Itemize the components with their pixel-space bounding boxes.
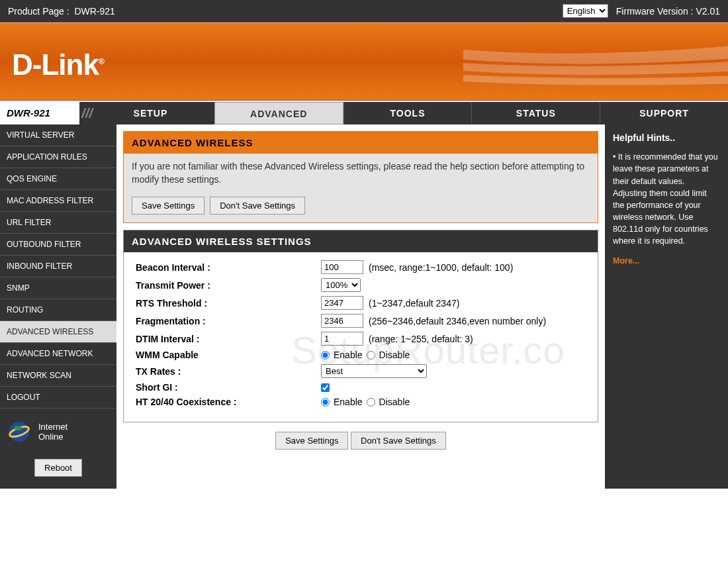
sidebar: VIRTUAL SERVER APPLICATION RULES QOS ENG… [0,124,116,489]
main-content: ADVANCED WIRELESS If you are not familia… [116,124,605,489]
internet-status-line1: Internet [38,422,68,432]
wmm-enable-radio[interactable] [321,351,330,360]
globe-icon [7,419,32,444]
ht-2040-enable-label: Enable [334,397,363,407]
dont-save-settings-button-top[interactable]: Don't Save Settings [210,197,305,215]
beacon-interval-input[interactable] [321,260,363,274]
sidebar-item-snmp[interactable]: SNMP [0,277,116,299]
wmm-capable-label: WMM Capable [136,350,321,360]
tab-status[interactable]: STATUS [471,102,600,124]
tab-tools[interactable]: TOOLS [343,102,472,124]
tab-advanced[interactable]: ADVANCED [214,102,343,124]
dont-save-settings-button-bottom[interactable]: Don't Save Settings [351,432,446,450]
banner-swoosh-graphic [463,23,728,101]
model-tab: DWR-921 /// [0,102,86,124]
reboot-button[interactable]: Reboot [34,459,82,477]
ht-2040-label: HT 20/40 Coexistence : [136,397,321,407]
internet-status-line2: Online [38,432,68,442]
wmm-disable-label: Disable [379,350,410,360]
brand-logo: D-Link® [12,48,104,81]
model-slashes-graphic: /// [81,106,93,121]
wmm-enable-label: Enable [334,350,363,360]
hints-body: • It is recommended that you leave these… [613,151,720,247]
rts-threshold-input[interactable] [321,296,363,310]
advanced-wireless-panel: ADVANCED WIRELESS If you are not familia… [123,131,598,223]
warning-text: If you are not familiar with these Advan… [124,154,598,193]
transmit-power-label: Transmit Power : [136,280,321,291]
beacon-interval-label: Beacon Interval : [136,262,321,273]
language-select[interactable]: English [563,4,608,18]
sidebar-item-virtual-server[interactable]: VIRTUAL SERVER [0,124,116,146]
ht-2040-enable-radio[interactable] [321,398,330,407]
sidebar-item-advanced-wireless[interactable]: ADVANCED WIRELESS [0,321,116,343]
product-page-label: Product Page : DWR-921 [8,6,563,17]
sidebar-item-outbound-filter[interactable]: OUTBOUND FILTER [0,234,116,256]
transmit-power-select[interactable]: 100% [321,278,361,292]
beacon-interval-hint: (msec, range:1~1000, default: 100) [369,262,513,273]
sidebar-item-inbound-filter[interactable]: INBOUND FILTER [0,256,116,277]
hints-title: Helpful Hints.. [613,131,720,144]
dtim-interval-hint: (range: 1~255, default: 3) [369,334,473,344]
save-settings-button-top[interactable]: Save Settings [132,197,205,215]
helpful-hints-panel: Helpful Hints.. • It is recommended that… [605,124,728,489]
sidebar-item-logout[interactable]: LOGOUT [0,387,116,409]
panel-title: ADVANCED WIRELESS [124,132,598,154]
sidebar-item-url-filter[interactable]: URL FILTER [0,212,116,234]
sidebar-item-qos-engine[interactable]: QOS ENGINE [0,168,116,190]
short-gi-label: Short GI : [136,382,321,393]
wmm-disable-radio[interactable] [367,351,375,360]
sidebar-item-network-scan[interactable]: NETWORK SCAN [0,365,116,387]
dtim-interval-input[interactable] [321,332,363,346]
ht-2040-disable-radio[interactable] [367,398,375,407]
rts-threshold-label: RTS Threshold : [136,298,321,309]
sidebar-item-mac-address-filter[interactable]: MAC ADDRESS FILTER [0,190,116,212]
advanced-wireless-settings-panel: ADVANCED WIRELESS SETTINGS Beacon Interv… [123,230,598,422]
sidebar-item-application-rules[interactable]: APPLICATION RULES [0,146,116,168]
brand-banner: D-Link® [0,23,728,101]
tx-rates-select[interactable]: Best [321,364,427,378]
fragmentation-hint: (256~2346,default 2346,even number only) [369,316,546,326]
sidebar-item-advanced-network[interactable]: ADVANCED NETWORK [0,343,116,365]
short-gi-checkbox[interactable] [321,383,330,392]
fragmentation-label: Fragmentation : [136,316,321,326]
product-model: DWR-921 [74,6,114,17]
sidebar-item-routing[interactable]: ROUTING [0,299,116,321]
save-settings-button-bottom[interactable]: Save Settings [275,432,348,450]
main-tab-row: DWR-921 /// SETUP ADVANCED TOOLS STATUS … [0,101,728,124]
top-bar: Product Page : DWR-921 English Firmware … [0,0,728,23]
tx-rates-label: TX Rates : [136,366,321,377]
firmware-version: Firmware Version : V2.01 [616,6,720,17]
rts-threshold-hint: (1~2347,default 2347) [369,298,459,309]
hints-more-link[interactable]: More... [613,255,639,267]
internet-status: Internet Online [0,409,116,455]
ht-2040-disable-label: Disable [379,397,410,407]
settings-title: ADVANCED WIRELESS SETTINGS [124,230,598,252]
fragmentation-input[interactable] [321,314,363,328]
tab-support[interactable]: SUPPORT [600,102,728,124]
dtim-interval-label: DTIM Interval : [136,334,321,344]
